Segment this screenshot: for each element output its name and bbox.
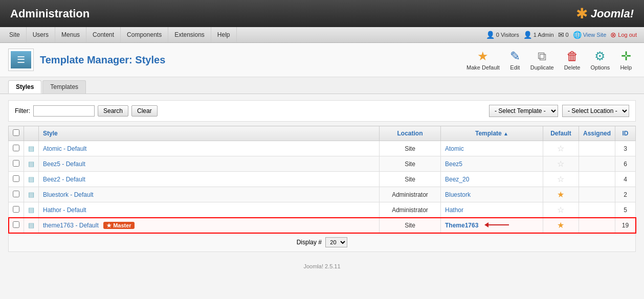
table-row: ▤Bluestork - DefaultAdministratorBluesto… [9,187,636,202]
col-template: Template ▲ [440,126,543,141]
edit-button[interactable]: ✎ Edit [506,47,524,73]
edit-icon: ✎ [510,49,520,63]
template-link[interactable]: Beez_20 [445,176,469,183]
toolbar: ☰ Template Manager: Styles ★ Make Defaul… [0,43,644,77]
row-checkbox[interactable] [13,206,19,213]
nav-bar-right: 👤 0 Visitors 👤 1 Admin ✉ 0 🌐 View Site ⊗… [482,29,641,41]
help-button[interactable]: ✛ Help [616,47,636,73]
template-link[interactable]: Theme1763 [445,222,478,229]
style-link[interactable]: Bluestork - Default [43,191,94,198]
visitors-label: 0 Visitors [496,32,519,38]
row-icon: ▤ [28,175,34,183]
style-link[interactable]: theme1763 - Default [43,222,99,229]
nav-bar: Site Users Menus Content Components Exte… [0,27,644,43]
display-footer: Display # 20 10 50 [8,233,636,252]
tabs-bar: Styles Templates [0,77,644,94]
template-cell: Beez5 [440,156,543,172]
delete-button[interactable]: 🗑 Delete [560,47,585,73]
select-template[interactable]: - Select Template - [489,105,558,117]
toolbar-title-area: ☰ Template Manager: Styles [8,49,165,71]
logout-label: Log out [618,32,637,38]
duplicate-button[interactable]: ⧉ Duplicate [526,47,558,73]
default-cell[interactable]: ☆ [543,172,579,187]
col-checkbox [9,126,24,141]
default-cell[interactable]: ☆ [543,156,579,172]
nav-item-extensions[interactable]: Extensions [168,27,211,42]
row-icon: ▤ [28,191,34,198]
nav-item-components[interactable]: Components [121,27,168,42]
nav-logout[interactable]: ⊗ Log out [610,31,637,39]
view-site-label: View Site [583,32,607,38]
arrow-line [488,224,509,225]
search-button[interactable]: Search [98,105,128,117]
nav-item-help[interactable]: Help [211,27,237,42]
table-row: ▤Beez5 - DefaultSiteBeez5☆6 [9,156,636,172]
row-icon: ▤ [28,160,34,168]
clear-button[interactable]: Clear [131,105,158,117]
template-cell: Theme1763 [440,218,543,233]
col-style: Style [39,126,380,141]
id-cell: 2 [615,187,636,202]
style-link[interactable]: Beez2 - Default [43,176,85,183]
options-button[interactable]: ⚙ Options [586,47,614,73]
filter-left: Filter: Search Clear [15,105,158,117]
id-cell: 3 [615,141,636,156]
admin-title: Administration [10,7,90,20]
template-cell: Bluestork [440,187,543,202]
location-cell: Administrator [379,187,440,202]
default-cell[interactable]: ☆ [543,202,579,218]
edit-label: Edit [510,64,520,71]
nav-item-content[interactable]: Content [86,27,121,42]
template-cell: Hathor [440,202,543,218]
template-link[interactable]: Hathor [445,206,463,214]
default-cell[interactable]: ★ [543,187,579,202]
template-link[interactable]: Beez5 [445,160,462,168]
nav-item-menus[interactable]: Menus [55,27,86,42]
messages-count: 0 [566,32,569,38]
filter-right: - Select Template - - Select Location - [489,105,629,117]
row-checkbox[interactable] [13,191,19,197]
style-link[interactable]: Atomic - Default [43,145,86,152]
sort-icon: ▲ [503,131,508,136]
tab-styles[interactable]: Styles [8,80,41,94]
display-select[interactable]: 20 10 50 [325,237,347,247]
nav-item-site[interactable]: Site [3,27,27,42]
style-link[interactable]: Hathor - Default [43,206,86,214]
template-link[interactable]: Atomic [445,145,464,152]
table-row: ▤Atomic - DefaultSiteAtomic☆3 [9,141,636,156]
default-cell[interactable]: ★ [543,218,579,233]
select-all-checkbox[interactable] [13,129,19,136]
nav-item-users[interactable]: Users [27,27,55,42]
row-checkbox[interactable] [13,145,19,151]
visitors-icon: 👤 [486,31,495,39]
select-location[interactable]: - Select Location - [562,105,629,117]
nav-view-site[interactable]: 🌐 View Site [573,31,607,39]
row-checkbox[interactable] [13,221,19,228]
id-cell: 19 [615,218,636,233]
view-site-icon: 🌐 [573,31,582,39]
star-empty-icon: ☆ [557,205,564,214]
assigned-cell [579,172,615,187]
admin-header: Administration ✱ Joomla! [0,0,644,27]
logout-icon: ⊗ [610,31,616,39]
toolbar-page-icon: ☰ [11,51,31,68]
row-checkbox[interactable] [13,160,19,167]
tab-templates[interactable]: Templates [42,80,86,94]
star-filled-icon: ★ [557,221,564,229]
display-label: Display # [297,239,324,246]
template-link[interactable]: Bluestork [445,191,471,198]
filter-input[interactable] [33,105,95,117]
toolbar-icon-box: ☰ [8,49,34,71]
col-icon [24,126,39,141]
style-link[interactable]: Beez5 - Default [43,160,85,168]
default-cell[interactable]: ☆ [543,141,579,156]
options-label: Options [590,64,610,71]
col-assigned: Assigned [579,126,615,141]
make-default-button[interactable]: ★ Make Default [462,47,504,73]
duplicate-label: Duplicate [530,64,554,71]
id-cell: 6 [615,156,636,172]
options-icon: ⚙ [594,49,606,63]
row-checkbox[interactable] [13,175,19,182]
admin-label: 1 Admin [534,32,554,38]
toolbar-buttons: ★ Make Default ✎ Edit ⧉ Duplicate 🗑 Dele… [462,47,636,73]
